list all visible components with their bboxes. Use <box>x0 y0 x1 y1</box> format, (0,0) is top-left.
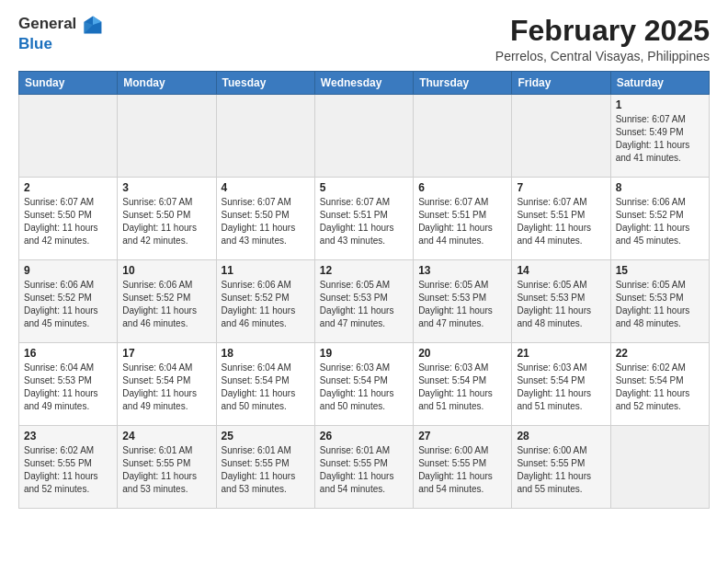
day-number: 9 <box>24 264 112 277</box>
day-number: 21 <box>517 347 605 360</box>
weekday-header-tuesday: Tuesday <box>216 72 314 95</box>
calendar-cell: 22Sunrise: 6:02 AM Sunset: 5:54 PM Dayli… <box>610 343 709 426</box>
day-number: 27 <box>418 430 506 442</box>
logo: General Blue <box>18 15 103 53</box>
calendar-cell: 12Sunrise: 6:05 AM Sunset: 5:53 PM Dayli… <box>314 260 413 343</box>
calendar-cell <box>610 426 709 509</box>
calendar-cell: 16Sunrise: 6:04 AM Sunset: 5:53 PM Dayli… <box>19 343 118 426</box>
day-number: 18 <box>222 347 310 360</box>
day-number: 23 <box>24 430 112 442</box>
day-info: Sunrise: 6:01 AM Sunset: 5:55 PM Dayligh… <box>122 444 210 496</box>
day-info: Sunrise: 6:03 AM Sunset: 5:54 PM Dayligh… <box>418 362 506 413</box>
calendar-week-1: 2Sunrise: 6:07 AM Sunset: 5:50 PM Daylig… <box>19 178 710 260</box>
day-number: 16 <box>24 347 112 360</box>
day-number: 4 <box>222 181 310 194</box>
day-number: 15 <box>616 264 704 277</box>
day-info: Sunrise: 6:06 AM Sunset: 5:52 PM Dayligh… <box>616 196 704 247</box>
calendar-cell: 13Sunrise: 6:05 AM Sunset: 5:53 PM Dayli… <box>414 260 512 343</box>
day-number: 28 <box>517 430 605 442</box>
calendar-cell: 10Sunrise: 6:06 AM Sunset: 5:52 PM Dayli… <box>118 260 216 343</box>
day-number: 5 <box>320 181 408 194</box>
calendar-cell <box>118 95 216 178</box>
calendar-cell <box>216 95 314 178</box>
day-number: 3 <box>122 181 210 194</box>
day-number: 13 <box>418 264 506 277</box>
calendar-cell <box>512 95 610 178</box>
day-number: 8 <box>616 181 704 194</box>
day-number: 7 <box>517 181 605 194</box>
calendar-cell: 4Sunrise: 6:07 AM Sunset: 5:50 PM Daylig… <box>216 178 314 260</box>
calendar-cell: 20Sunrise: 6:03 AM Sunset: 5:54 PM Dayli… <box>414 343 512 426</box>
header: General Blue February 2025 Perrelos, Cen… <box>18 15 710 63</box>
calendar-cell: 26Sunrise: 6:01 AM Sunset: 5:55 PM Dayli… <box>314 426 413 509</box>
calendar-week-4: 23Sunrise: 6:02 AM Sunset: 5:55 PM Dayli… <box>19 426 710 509</box>
calendar-cell: 1Sunrise: 6:07 AM Sunset: 5:49 PM Daylig… <box>610 95 709 178</box>
day-info: Sunrise: 6:04 AM Sunset: 5:54 PM Dayligh… <box>122 362 210 413</box>
day-number: 10 <box>122 264 210 277</box>
day-number: 14 <box>517 264 605 277</box>
calendar-cell: 8Sunrise: 6:06 AM Sunset: 5:52 PM Daylig… <box>610 178 709 260</box>
calendar-cell: 24Sunrise: 6:01 AM Sunset: 5:55 PM Dayli… <box>118 426 216 509</box>
calendar-cell: 7Sunrise: 6:07 AM Sunset: 5:51 PM Daylig… <box>512 178 610 260</box>
day-number: 24 <box>122 430 210 442</box>
day-info: Sunrise: 6:05 AM Sunset: 5:53 PM Dayligh… <box>418 279 506 330</box>
weekday-header-wednesday: Wednesday <box>314 72 413 95</box>
calendar-cell: 9Sunrise: 6:06 AM Sunset: 5:52 PM Daylig… <box>19 260 118 343</box>
day-number: 17 <box>122 347 210 360</box>
day-info: Sunrise: 6:05 AM Sunset: 5:53 PM Dayligh… <box>320 279 408 330</box>
logo-blue: Blue <box>18 35 103 53</box>
day-info: Sunrise: 6:05 AM Sunset: 5:53 PM Dayligh… <box>517 279 605 330</box>
calendar-cell: 23Sunrise: 6:02 AM Sunset: 5:55 PM Dayli… <box>19 426 118 509</box>
day-info: Sunrise: 6:06 AM Sunset: 5:52 PM Dayligh… <box>222 279 310 330</box>
calendar-cell: 5Sunrise: 6:07 AM Sunset: 5:51 PM Daylig… <box>314 178 413 260</box>
day-number: 25 <box>222 430 310 442</box>
day-info: Sunrise: 6:01 AM Sunset: 5:55 PM Dayligh… <box>320 444 408 496</box>
calendar-cell: 11Sunrise: 6:06 AM Sunset: 5:52 PM Dayli… <box>216 260 314 343</box>
calendar-cell: 25Sunrise: 6:01 AM Sunset: 5:55 PM Dayli… <box>216 426 314 509</box>
calendar-cell: 18Sunrise: 6:04 AM Sunset: 5:54 PM Dayli… <box>216 343 314 426</box>
day-number: 19 <box>320 347 408 360</box>
calendar-cell: 21Sunrise: 6:03 AM Sunset: 5:54 PM Dayli… <box>512 343 610 426</box>
day-info: Sunrise: 6:02 AM Sunset: 5:54 PM Dayligh… <box>616 362 704 413</box>
day-info: Sunrise: 6:07 AM Sunset: 5:51 PM Dayligh… <box>418 196 506 247</box>
day-number: 12 <box>320 264 408 277</box>
day-number: 26 <box>320 430 408 442</box>
day-info: Sunrise: 6:07 AM Sunset: 5:49 PM Dayligh… <box>616 113 704 165</box>
weekday-header-saturday: Saturday <box>610 72 709 95</box>
calendar-cell: 27Sunrise: 6:00 AM Sunset: 5:55 PM Dayli… <box>414 426 512 509</box>
calendar-cell: 28Sunrise: 6:00 AM Sunset: 5:55 PM Dayli… <box>512 426 610 509</box>
day-info: Sunrise: 6:07 AM Sunset: 5:50 PM Dayligh… <box>122 196 210 247</box>
calendar-cell <box>314 95 413 178</box>
day-number: 2 <box>24 181 112 194</box>
calendar-week-3: 16Sunrise: 6:04 AM Sunset: 5:53 PM Dayli… <box>19 343 710 426</box>
calendar-cell <box>19 95 118 178</box>
day-info: Sunrise: 6:02 AM Sunset: 5:55 PM Dayligh… <box>24 444 112 496</box>
calendar-cell: 19Sunrise: 6:03 AM Sunset: 5:54 PM Dayli… <box>314 343 413 426</box>
day-info: Sunrise: 6:04 AM Sunset: 5:54 PM Dayligh… <box>222 362 310 413</box>
day-info: Sunrise: 6:01 AM Sunset: 5:55 PM Dayligh… <box>222 444 310 496</box>
calendar-cell: 6Sunrise: 6:07 AM Sunset: 5:51 PM Daylig… <box>414 178 512 260</box>
weekday-header-friday: Friday <box>512 72 610 95</box>
calendar-cell: 3Sunrise: 6:07 AM Sunset: 5:50 PM Daylig… <box>118 178 216 260</box>
day-number: 22 <box>616 347 704 360</box>
weekday-header-sunday: Sunday <box>19 72 118 95</box>
day-info: Sunrise: 6:03 AM Sunset: 5:54 PM Dayligh… <box>517 362 605 413</box>
day-info: Sunrise: 6:07 AM Sunset: 5:50 PM Dayligh… <box>24 196 112 247</box>
day-info: Sunrise: 6:06 AM Sunset: 5:52 PM Dayligh… <box>122 279 210 330</box>
day-info: Sunrise: 6:00 AM Sunset: 5:55 PM Dayligh… <box>418 444 506 496</box>
weekday-header-monday: Monday <box>118 72 216 95</box>
title-block: February 2025 Perrelos, Central Visayas,… <box>495 15 710 63</box>
calendar-cell: 2Sunrise: 6:07 AM Sunset: 5:50 PM Daylig… <box>19 178 118 260</box>
day-number: 1 <box>616 98 704 111</box>
calendar-cell: 17Sunrise: 6:04 AM Sunset: 5:54 PM Dayli… <box>118 343 216 426</box>
calendar-week-2: 9Sunrise: 6:06 AM Sunset: 5:52 PM Daylig… <box>19 260 710 343</box>
weekday-header-row: SundayMondayTuesdayWednesdayThursdayFrid… <box>19 72 710 95</box>
weekday-header-thursday: Thursday <box>414 72 512 95</box>
day-info: Sunrise: 6:03 AM Sunset: 5:54 PM Dayligh… <box>320 362 408 413</box>
calendar-cell: 14Sunrise: 6:05 AM Sunset: 5:53 PM Dayli… <box>512 260 610 343</box>
day-number: 6 <box>418 181 506 194</box>
day-info: Sunrise: 6:07 AM Sunset: 5:50 PM Dayligh… <box>222 196 310 247</box>
calendar-table: SundayMondayTuesdayWednesdayThursdayFrid… <box>18 71 710 509</box>
calendar-cell: 15Sunrise: 6:05 AM Sunset: 5:53 PM Dayli… <box>610 260 709 343</box>
day-number: 11 <box>222 264 310 277</box>
